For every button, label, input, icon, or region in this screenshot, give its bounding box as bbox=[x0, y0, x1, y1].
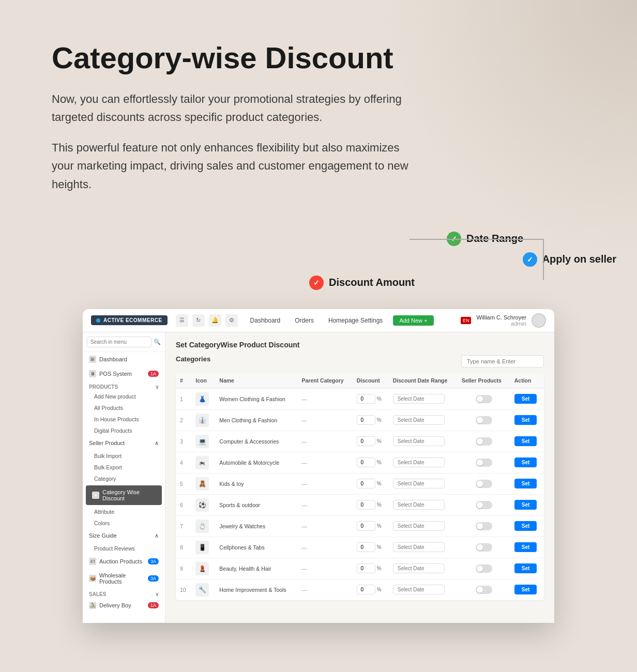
cell-parent: — bbox=[297, 409, 352, 431]
sidebar-delivery-boy[interactable]: 🚴 Delivery Boy 1A bbox=[83, 598, 165, 613]
table-row: 6 ⚽ Sports & outdoor — % Set bbox=[176, 494, 544, 515]
date-select-input[interactable] bbox=[393, 479, 445, 488]
col-name: Name bbox=[215, 373, 297, 388]
discount-input[interactable] bbox=[357, 415, 375, 425]
seller-toggle[interactable] bbox=[476, 395, 492, 403]
sidebar-category-discount[interactable]: ● Category Wise Discount bbox=[86, 485, 162, 505]
nav-user-info: William C. Schroyer admin bbox=[476, 314, 526, 327]
set-button[interactable]: Set bbox=[514, 436, 537, 446]
wholesale-icon: 📦 bbox=[89, 575, 96, 582]
set-button[interactable]: Set bbox=[514, 457, 537, 467]
table-row: 4 🏍 Automobile & Motorcycle — % bbox=[176, 452, 544, 473]
set-button[interactable]: Set bbox=[514, 521, 537, 531]
sidebar-seller-product[interactable]: Seller Product ∧ bbox=[83, 436, 165, 450]
cell-parent: — bbox=[297, 388, 352, 410]
category-icon: 📱 bbox=[195, 541, 209, 554]
user-avatar[interactable] bbox=[532, 313, 546, 328]
category-icon: 👗 bbox=[195, 392, 209, 406]
percent-sign: % bbox=[377, 396, 382, 402]
sidebar-category[interactable]: Category bbox=[83, 473, 165, 484]
date-select-input[interactable] bbox=[393, 563, 445, 573]
nav-homepage-settings[interactable]: Homepage Settings bbox=[324, 315, 387, 326]
set-button[interactable]: Set bbox=[514, 415, 537, 425]
discount-input[interactable] bbox=[357, 585, 375, 594]
set-button[interactable]: Set bbox=[514, 479, 537, 488]
discount-input[interactable] bbox=[357, 436, 375, 446]
date-select-input[interactable] bbox=[393, 521, 445, 531]
cell-action: Set bbox=[510, 431, 544, 452]
sidebar-search-input[interactable] bbox=[87, 337, 151, 347]
refresh-icon[interactable]: ↻ bbox=[192, 314, 205, 327]
nav-orders[interactable]: Orders bbox=[291, 315, 318, 326]
sidebar-digital[interactable]: Digital Products bbox=[83, 425, 165, 436]
cell-num: 2 bbox=[176, 409, 191, 431]
cell-num: 5 bbox=[176, 473, 191, 494]
col-seller: Seller Products bbox=[458, 373, 510, 388]
sidebar-bulk-import[interactable]: Bulk Import bbox=[83, 450, 165, 462]
hero-desc-2: This powerful feature not only enhances … bbox=[52, 139, 414, 193]
discount-input[interactable] bbox=[357, 394, 375, 404]
settings-icon[interactable]: ⚙ bbox=[225, 314, 238, 327]
col-action: Action bbox=[510, 373, 544, 388]
sidebar-item-pos[interactable]: 🖥 POS System 1A bbox=[83, 366, 165, 381]
cell-num: 4 bbox=[176, 452, 191, 473]
discount-input[interactable] bbox=[357, 479, 375, 488]
discount-input[interactable] bbox=[357, 457, 375, 467]
seller-toggle[interactable] bbox=[476, 459, 492, 467]
seller-toggle[interactable] bbox=[476, 501, 492, 509]
seller-toggle[interactable] bbox=[476, 522, 492, 530]
pos-icon: 🖥 bbox=[89, 370, 96, 377]
set-button[interactable]: Set bbox=[514, 500, 537, 510]
category-icon: ⚽ bbox=[195, 498, 209, 512]
date-select-input[interactable] bbox=[393, 436, 445, 446]
sidebar-in-house[interactable]: In House Products bbox=[83, 414, 165, 425]
sidebar-colors[interactable]: Colors bbox=[83, 517, 165, 529]
seller-toggle[interactable] bbox=[476, 480, 492, 488]
date-select-input[interactable] bbox=[393, 500, 445, 510]
date-select-input[interactable] bbox=[393, 457, 445, 467]
language-flag[interactable]: EN bbox=[461, 317, 471, 324]
set-button[interactable]: Set bbox=[514, 542, 537, 552]
discount-input[interactable] bbox=[357, 521, 375, 531]
sidebar: 🔍 ⊞ Dashboard 🖥 POS System 1A Products ∨… bbox=[83, 332, 165, 623]
nav-dashboard[interactable]: Dashboard bbox=[246, 315, 285, 326]
window-nav: ACTIVE ECOMMERCE ☰ ↻ 🔔 ⚙ Dashboard Order… bbox=[83, 309, 554, 332]
hero-section: Category-wise Discount Now, you can effo… bbox=[0, 0, 465, 226]
seller-toggle[interactable] bbox=[476, 437, 492, 446]
set-button[interactable]: Set bbox=[514, 563, 537, 573]
set-button[interactable]: Set bbox=[514, 394, 537, 404]
hamburger-icon[interactable]: ☰ bbox=[176, 314, 188, 327]
sidebar-wholesale[interactable]: 📦 Wholesale Products 3A bbox=[83, 569, 165, 588]
sidebar-attribute[interactable]: Attribute bbox=[83, 506, 165, 517]
col-parent: Parent Category bbox=[297, 373, 352, 388]
date-select-input[interactable] bbox=[393, 394, 445, 404]
discount-input[interactable] bbox=[357, 500, 375, 510]
sidebar-search[interactable]: 🔍 bbox=[83, 332, 165, 352]
date-select-input[interactable] bbox=[393, 542, 445, 552]
date-select-input[interactable] bbox=[393, 415, 445, 425]
nav-add-new-button[interactable]: Add New + bbox=[393, 315, 433, 326]
date-select-input[interactable] bbox=[393, 585, 445, 594]
seller-toggle[interactable] bbox=[476, 586, 492, 594]
sidebar-add-product[interactable]: Add New product bbox=[83, 391, 165, 402]
sidebar-bulk-export[interactable]: Bulk Export bbox=[83, 462, 165, 473]
sidebar-size-guide[interactable]: Size Guide ∧ bbox=[83, 529, 165, 543]
cell-discount: % bbox=[353, 515, 389, 537]
seller-toggle[interactable] bbox=[476, 543, 492, 552]
cell-discount: % bbox=[353, 431, 389, 452]
type-search-input[interactable] bbox=[461, 355, 544, 368]
set-button[interactable]: Set bbox=[514, 585, 537, 594]
cell-seller bbox=[458, 452, 510, 473]
category-icon: 💄 bbox=[195, 562, 209, 575]
logo-text: ACTIVE ECOMMERCE bbox=[103, 317, 162, 323]
discount-input[interactable] bbox=[357, 542, 375, 552]
notification-icon[interactable]: 🔔 bbox=[209, 314, 221, 327]
sidebar-item-dashboard[interactable]: ⊞ Dashboard bbox=[83, 352, 165, 366]
seller-toggle[interactable] bbox=[476, 564, 492, 573]
sidebar-auction[interactable]: 🏷 Auction Products 3A bbox=[83, 554, 165, 569]
discount-input[interactable] bbox=[357, 563, 375, 573]
sidebar-product-reviews[interactable]: Product Reviews bbox=[83, 543, 165, 554]
cell-action: Set bbox=[510, 537, 544, 558]
seller-toggle[interactable] bbox=[476, 416, 492, 424]
sidebar-all-products[interactable]: All Products bbox=[83, 402, 165, 414]
